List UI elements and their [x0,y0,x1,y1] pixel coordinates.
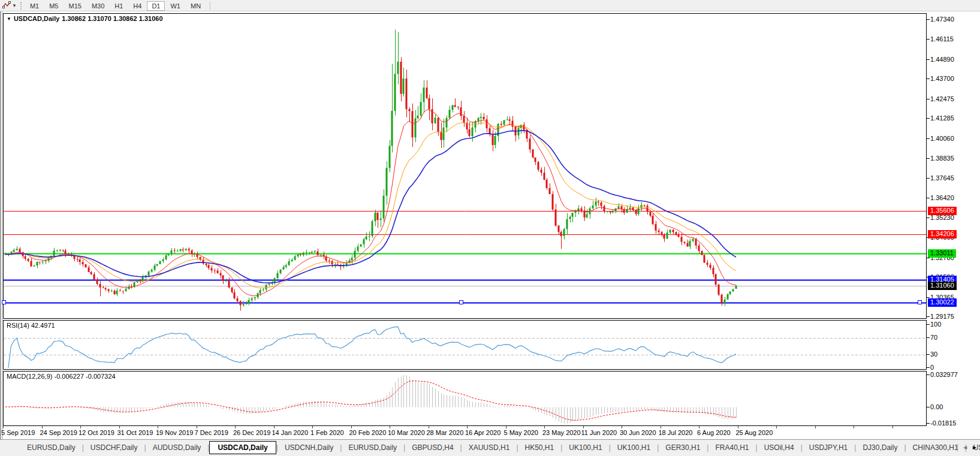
date-axis-label: 10 Mar 2020 [388,429,425,436]
timeframe-m5[interactable]: M5 [44,1,63,11]
chart-tab-xauusd-h1[interactable]: XAUUSD,H1 [462,441,517,454]
chart-symbol-period: USDCAD,Daily [14,15,59,22]
price-line-label: 1.33011 [928,249,956,258]
date-axis-tick [506,426,506,428]
rsi-panel[interactable]: RSI(14) 42.4971 [3,320,927,370]
date-axis-label: 26 Dec 2019 [233,429,270,436]
chart-menu-caret-icon[interactable]: ▼ [7,16,11,22]
date-axis-label: 24 Sep 2019 [40,429,77,436]
date-axis-label: 23 May 2020 [542,429,581,436]
chart-tab-uk100-h1[interactable]: UK100,H1 [611,441,657,454]
date-axis-tick [42,426,43,428]
chart-tab-usdcnh-daily[interactable]: USDCNH,Daily [278,441,340,454]
date-axis-tick [815,426,816,428]
timeframe-mn[interactable]: MN [186,1,206,11]
price-axis-tick: 1.47340 [930,16,954,23]
chart-ohlc-quote: 1.30862 1.31070 1.30862 1.31060 [62,15,162,22]
chevron-down-icon[interactable]: ▼ [12,3,17,8]
chart-tab-usdjpy-h1[interactable]: USDJPY,H1 [803,441,854,454]
hline-selection-handle[interactable] [918,300,922,304]
date-axis-tick [699,426,699,428]
date-axis-tick [776,426,777,428]
price-chart-canvas[interactable] [4,14,926,318]
chart-tab-china300-h1[interactable]: CHINA300,H1 [906,441,965,454]
chart-tab-eurusd-daily[interactable]: EURUSD,Daily [342,441,403,454]
chart-tab-fra40-h1[interactable]: FRA40,H1 [708,441,755,454]
tab-divider: | [957,443,958,451]
price-axis-tick: 1.37645 [930,174,954,182]
tab-scroll-left-icon[interactable]: ◄ [962,444,968,451]
price-line-label: 1.30022 [928,298,957,307]
rsi-canvas[interactable] [4,321,926,369]
timeframe-m15[interactable]: M15 [64,1,86,11]
line-studies-icon[interactable] [2,1,11,10]
chart-tab-audusd-daily[interactable]: AUDUSD,Daily [146,441,208,454]
date-axis-tick [429,426,429,428]
date-axis-label: 25 Aug 2020 [736,429,773,436]
date-axis-tick [892,426,893,428]
timeframe-h1[interactable]: H1 [110,1,128,11]
price-axis-tick: 1.29175 [930,313,954,320]
hline-selection-handle[interactable] [459,300,463,304]
price-axis-tick: 1.43700 [930,75,954,82]
rsi-axis-tick: 100 [930,321,941,328]
date-axis-tick [235,426,236,428]
date-axis-tick [467,426,468,428]
chart-tab-usdchf-daily[interactable]: USDCHF,Daily [84,441,144,454]
tab-scroll-right-icon[interactable]: ► [972,444,978,451]
timeframe-d1[interactable]: D1 [147,1,165,11]
price-axis-tick: 1.36420 [930,194,954,201]
date-axis-label: 20 Feb 2020 [349,429,387,436]
date-axis-tick [583,426,584,428]
chart-tab-ger30-h1[interactable]: GER30,H1 [659,441,707,454]
price-axis-tick: 1.44890 [930,56,954,63]
date-axis-tick [274,426,275,428]
date-axis-tick [3,426,4,428]
date-axis-label: 30 Jun 2020 [620,429,656,436]
date-axis-tick [661,426,661,428]
price-axis-tick: 1.41285 [930,114,954,122]
date-axis-tick [158,426,158,428]
chart-tab-dj30-daily[interactable]: DJ30,Daily [856,441,904,454]
timeframe-m30[interactable]: M30 [87,1,109,11]
tab-scroll-buttons: | ◄ ► [957,443,978,451]
macd-axis-tick: -0.01815 [930,419,956,427]
macd-axis-tick: 0.032977 [930,371,958,378]
toolbar-grip[interactable] [20,2,22,10]
date-axis-tick [119,426,120,428]
price-axis-tick: 1.46115 [930,35,954,43]
rsi-label: RSI(14) 42.4971 [7,322,55,329]
date-axis-label: 7 Dec 2019 [195,429,228,436]
price-line-label: 1.35606 [928,207,957,215]
main-chart-panel[interactable]: ▼ USDCAD,Daily 1.30862 1.31070 1.30862 1… [3,13,927,319]
chart-tab-bar: EURUSD,Daily|USDCHF,Daily|AUDUSD,Daily|U… [0,439,980,455]
chart-tab-eurusd-daily[interactable]: EURUSD,Daily [20,441,82,454]
toolbar-divider [210,1,210,10]
price-axis-tick: 1.40060 [930,135,954,142]
price-axis-tick: 1.38835 [930,155,954,162]
date-axis-label: 14 Jan 2020 [272,429,309,436]
date-axis-label: 19 Nov 2019 [156,429,193,436]
rsi-axis-tick: 0 [930,364,934,371]
chart-tab-gbpusd-h4[interactable]: GBPUSD,H4 [405,441,460,454]
macd-axis-tick: 0.00 [930,403,943,410]
timeframe-w1[interactable]: W1 [165,1,185,11]
macd-panel[interactable]: MACD(12,26,9) -0.006227 -0.007324 [3,371,927,426]
macd-canvas[interactable] [4,372,926,425]
timeframe-buttons: M1M5M15M30H1H4D1W1MN [25,0,206,11]
date-axis-label: 18 Jul 2020 [659,429,693,436]
date-axis-tick [544,426,545,428]
chart-tab-usdcad-daily[interactable]: USDCAD,Daily [209,441,276,454]
date-axis-label: 6 Aug 2020 [697,429,731,436]
chart-tab-uk100-h1[interactable]: UK100,H1 [562,441,608,454]
chart-tab-usoil-h4[interactable]: USOil,H4 [758,441,801,454]
timeframe-m1[interactable]: M1 [25,1,44,11]
timeframe-h4[interactable]: H4 [128,1,146,11]
date-axis-tick [80,426,81,428]
date-axis-tick [622,426,622,428]
hline-selection-handle[interactable] [2,300,6,304]
window-left-border [0,11,2,456]
date-axis-tick [197,426,197,428]
mt4-window: ▼ M1M5M15M30H1H4D1W1MN ▼ USDCAD,Daily 1.… [0,0,980,456]
chart-tab-hk50-h1[interactable]: HK50,H1 [518,441,561,454]
